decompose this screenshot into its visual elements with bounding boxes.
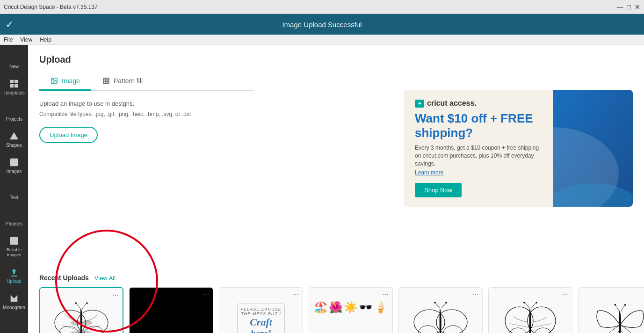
title-bar: Cricut Design Space - Beta v7.35.137 — □… bbox=[0, 0, 644, 14]
card-menu-3[interactable]: ··· bbox=[293, 290, 299, 299]
upload-card-4[interactable]: ··· 🏖️ 🌺 ☀️ 🕶️ 🍦 🌴 ⛵ 🎈 Uploaded bbox=[309, 287, 393, 333]
svg-point-29 bbox=[535, 328, 551, 333]
tabs: Image Pattern fill bbox=[39, 72, 254, 91]
svg-point-24 bbox=[434, 302, 436, 304]
sidebar-item-new[interactable]: New bbox=[2, 49, 26, 73]
upload-card-1[interactable]: ··· bbox=[39, 287, 123, 333]
svg-rect-5 bbox=[10, 159, 18, 166]
sidebar-label-phrases: Phrases bbox=[6, 221, 23, 226]
svg-point-33 bbox=[624, 304, 626, 306]
upload-grid: ··· bbox=[39, 287, 633, 333]
maximize-btn[interactable]: □ bbox=[627, 3, 631, 11]
svg-point-22 bbox=[418, 326, 438, 333]
menu-help[interactable]: Help bbox=[40, 36, 51, 43]
sidebar-item-upload[interactable]: Upload bbox=[2, 263, 26, 288]
card-menu-5[interactable]: ··· bbox=[472, 290, 478, 299]
ad-banner: ✦ cricut access. Want $10 off + FREE shi… bbox=[404, 90, 633, 207]
sidebar-label-shapes: Shapes bbox=[6, 143, 22, 148]
card-menu-4[interactable]: ··· bbox=[383, 290, 389, 299]
upload-card-6[interactable]: ··· bbox=[488, 287, 572, 333]
ad-body: Every 3 months, get a $10 coupon + free … bbox=[415, 144, 542, 167]
cricut-access-text: cricut access. bbox=[427, 99, 477, 108]
main-layout: New Templates Projects Shapes Images Tex… bbox=[0, 45, 644, 333]
svg-point-9 bbox=[53, 80, 54, 80]
card-image-6 bbox=[489, 288, 572, 333]
page-title: Upload bbox=[39, 54, 633, 65]
title-bar-text: Cricut Design Space - Beta v7.35.137 bbox=[4, 4, 98, 10]
svg-point-31 bbox=[535, 302, 537, 304]
learn-more-link[interactable]: Learn more bbox=[415, 169, 443, 176]
upload-card-5[interactable]: ··· Uploaded bbox=[398, 287, 483, 333]
svg-rect-10 bbox=[103, 78, 109, 84]
card-image-5 bbox=[399, 288, 482, 333]
sidebar-label-monogram: Monogram bbox=[3, 305, 25, 310]
recent-uploads-header: Recent Uploads View All bbox=[39, 274, 633, 282]
ad-left-panel: ✦ cricut access. Want $10 off + FREE shi… bbox=[404, 90, 553, 207]
svg-point-32 bbox=[614, 304, 616, 306]
upload-card-2[interactable]: ··· Uploaded bbox=[129, 287, 213, 333]
content-area: Upload Image Pattern fill Upload an imag… bbox=[28, 45, 644, 333]
menu-file[interactable]: File bbox=[4, 36, 13, 43]
card-image-2 bbox=[130, 288, 213, 333]
tab-image[interactable]: Image bbox=[39, 72, 91, 91]
sidebar-label-editable: Editable Images bbox=[4, 247, 24, 258]
minimize-btn[interactable]: — bbox=[617, 3, 623, 11]
card-image-1 bbox=[40, 288, 123, 333]
sidebar-item-text[interactable]: Text bbox=[2, 180, 26, 204]
tab-pattern-label: Pattern fill bbox=[114, 77, 143, 85]
sidebar-label-projects: Projects bbox=[6, 116, 22, 122]
sidebar: New Templates Projects Shapes Images Tex… bbox=[0, 45, 28, 333]
menu-bar: File View Help bbox=[0, 35, 644, 45]
tab-image-label: Image bbox=[62, 77, 80, 85]
card-menu-2[interactable]: ··· bbox=[203, 290, 209, 299]
success-bar: ✓ Image Upload Successful bbox=[0, 14, 644, 35]
svg-point-30 bbox=[523, 302, 525, 304]
tab-pattern[interactable]: Pattern fill bbox=[91, 72, 154, 91]
sidebar-item-phrases[interactable]: Phrases bbox=[2, 206, 26, 230]
sidebar-label-text: Text bbox=[10, 195, 18, 200]
menu-view[interactable]: View bbox=[20, 36, 32, 43]
svg-rect-0 bbox=[10, 80, 14, 83]
window-controls[interactable]: — □ ✕ bbox=[617, 3, 640, 11]
success-message: Image Upload Successful bbox=[282, 21, 362, 29]
card-menu-1[interactable]: ··· bbox=[113, 291, 119, 299]
sidebar-item-monogram[interactable]: Monogram bbox=[2, 290, 26, 314]
card-image-4: 🏖️ 🌺 ☀️ 🕶️ 🍦 🌴 ⛵ 🎈 bbox=[309, 288, 392, 333]
svg-rect-3 bbox=[14, 84, 18, 87]
svg-marker-4 bbox=[10, 132, 18, 140]
view-all-link[interactable]: View All bbox=[94, 275, 116, 282]
sidebar-label-new: New bbox=[9, 64, 19, 69]
svg-point-6 bbox=[12, 160, 14, 162]
success-check-icon: ✓ bbox=[6, 19, 14, 30]
recent-uploads-title: Recent Uploads bbox=[39, 274, 89, 282]
shop-now-button[interactable]: Shop Now bbox=[415, 183, 462, 197]
svg-point-23 bbox=[443, 326, 463, 333]
ad-headline: Want $10 off + FREE shipping? bbox=[415, 111, 542, 140]
cricut-access-logo: ✦ cricut access. bbox=[415, 99, 542, 108]
card-menu-6[interactable]: ··· bbox=[562, 290, 568, 299]
sidebar-label-templates: Templates bbox=[3, 90, 25, 95]
svg-point-25 bbox=[445, 302, 447, 304]
cricut-badge: ✦ bbox=[415, 100, 424, 108]
card-image-7 bbox=[579, 288, 644, 333]
sidebar-item-templates[interactable]: Templates bbox=[2, 75, 26, 99]
sidebar-item-editable[interactable]: Editable Images bbox=[2, 232, 26, 261]
sidebar-item-projects[interactable]: Projects bbox=[2, 101, 26, 125]
ad-right-panel bbox=[553, 90, 633, 207]
card-image-3: PLEASE EXCUSE THE MESS BUT I Craft here!… bbox=[219, 288, 303, 333]
upload-card-7[interactable]: ··· Uploaded bbox=[578, 287, 644, 333]
sidebar-item-images[interactable]: Images bbox=[2, 153, 26, 178]
sidebar-label-images: Images bbox=[7, 169, 22, 174]
svg-rect-1 bbox=[14, 80, 18, 83]
svg-point-28 bbox=[509, 328, 526, 333]
sidebar-item-shapes[interactable]: Shapes bbox=[2, 127, 26, 152]
close-btn[interactable]: ✕ bbox=[635, 3, 640, 11]
sidebar-label-upload: Upload bbox=[7, 279, 22, 284]
upload-image-button[interactable]: Upload Image bbox=[39, 127, 98, 143]
svg-point-18 bbox=[75, 302, 77, 304]
upload-card-3[interactable]: ··· PLEASE EXCUSE THE MESS BUT I Craft h… bbox=[219, 287, 303, 333]
svg-point-19 bbox=[86, 302, 88, 304]
svg-rect-2 bbox=[10, 84, 14, 87]
